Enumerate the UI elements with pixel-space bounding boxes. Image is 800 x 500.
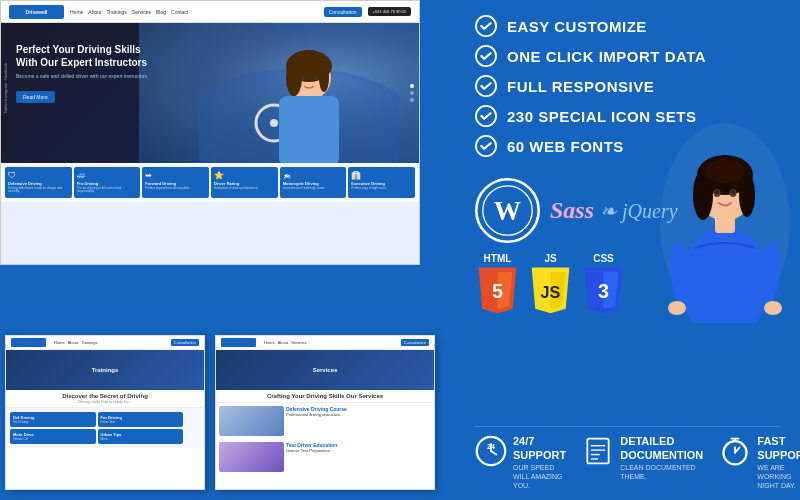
nav-links: Home About Trainings Services Blog Conta… [70, 9, 188, 15]
service-desc-1: The art of being in full control and res… [77, 187, 138, 194]
feature-item-0: EASY CUSTOMIZE [475, 15, 780, 37]
social-facebook: Facebook [3, 63, 8, 81]
check-icon-2 [475, 75, 497, 97]
bottom-item-support: 24 24/7 SUPPORT OUR SPEED WILL AMAZING Y… [475, 435, 566, 490]
dot-2[interactable] [410, 91, 414, 95]
mini-logo-1 [11, 338, 46, 347]
mini-service-img-1 [219, 442, 284, 472]
mini-card-2: Moto Drive Vehicle Ctrl [10, 429, 96, 444]
social-instagram: Instagram [3, 83, 8, 101]
wordpress-logo: W [475, 178, 540, 243]
mini-nav-2: Home About Services Consultation [216, 336, 434, 350]
service-icon-3: ⭐ [214, 171, 275, 180]
service-desc-2: Perfect beyond best driving skills. [145, 187, 206, 191]
feature-label-0: EASY CUSTOMIZE [507, 18, 647, 35]
svg-point-9 [313, 76, 317, 80]
mini-nav-links-2: Home About Services [264, 340, 306, 345]
dot-3[interactable] [410, 98, 414, 102]
service-icon-0: 🛡 [8, 171, 69, 180]
nav-logo: Drivewell [9, 5, 64, 19]
svg-text:3: 3 [598, 280, 609, 302]
mini-cards: Def Driving Pro Driving For Driving Driv… [6, 408, 204, 448]
js-badge: JS JS [528, 253, 573, 316]
page-container: Drivewell Home About Trainings Services … [0, 0, 800, 500]
service-card-4[interactable]: 🏍 Motorcycle Driving Learn the art of sa… [280, 167, 347, 198]
service-desc-3: Evaluation of driver performance. [214, 187, 275, 191]
tech-stack: W Sass ❧ jQuery [475, 178, 780, 426]
mini-hero-1: Trainings [6, 350, 204, 390]
mini-service-text-1: License Test Preparation [286, 448, 337, 454]
html5-shield: 5 [475, 264, 520, 316]
mini-btn-1[interactable]: Consultation [171, 339, 199, 346]
js-shield: JS [528, 264, 573, 316]
mini-card-desc-2: Vehicle Ctrl [13, 437, 93, 441]
check-icon-0 [475, 15, 497, 37]
fast-subtitle: WE ARE WORKING NIGHT DAY. [757, 463, 800, 490]
nav-link-services[interactable]: Services [132, 9, 151, 15]
service-icon-1: 🏎 [77, 171, 138, 180]
svg-point-25 [705, 159, 745, 183]
mini-link-2: About [68, 340, 78, 345]
mini-link-3: Trainings [81, 340, 97, 345]
hero-cta-button[interactable]: Read More [16, 91, 55, 103]
person-photo-area [655, 113, 795, 323]
nav-consultation-btn[interactable]: Consultation [324, 7, 362, 17]
nav-link-contact[interactable]: Contact [171, 9, 188, 15]
service-card-5[interactable]: 👔 Executive Driving Perfect copy of high… [348, 167, 415, 198]
mini-link-s3: Services [291, 340, 306, 345]
service-desc-5: Perfect copy of high curve. [351, 187, 412, 191]
feature-label-4: 60 WEB FONTS [507, 138, 624, 155]
support-subtitle: OUR SPEED WILL AMAZING YOU. [513, 463, 566, 490]
service-card-2[interactable]: ➡ Forward Driving Perfect beyond best dr… [142, 167, 209, 198]
css3-shield: 3 [581, 264, 626, 316]
service-card-3[interactable]: ⭐ Driver Rating Evaluation of driver per… [211, 167, 278, 198]
mini-trainings-title: Trainings [92, 367, 119, 373]
svg-point-2 [270, 119, 278, 127]
nav-link-blog[interactable]: Blog [156, 9, 166, 15]
mini-services-subtitle: Crafting Your Driving Skills Our Service… [219, 393, 431, 399]
mini-logo-2 [221, 338, 256, 347]
docs-subtitle: CLEAN DOCUMENTED THEME. [620, 463, 703, 481]
mini-nav-1: Home About Trainings Consultation [6, 336, 204, 350]
bottom-item-fast: FAST SUPPORT WE ARE WORKING NIGHT DAY. [719, 435, 800, 490]
svg-point-29 [731, 190, 735, 195]
feature-item-2: FULL RESPONSIVE [475, 75, 780, 97]
mini-trainings-desc: Driving skills that is ready for... [9, 399, 201, 404]
mini-card-3: Urban Tips More... [98, 429, 184, 444]
support-content: 24/7 SUPPORT OUR SPEED WILL AMAZING YOU. [513, 435, 566, 490]
nav-link-home[interactable]: Home [70, 9, 83, 15]
hero-section: Facebook Instagram Twitter Perfect Your … [1, 23, 419, 163]
mini-service-text-0: Professional driving instruction... [286, 412, 347, 418]
mini-card-desc-0: Pro Driving [13, 420, 93, 424]
nav-link-about[interactable]: About [88, 9, 101, 15]
mini-card-desc-1: Driver Test [101, 420, 181, 424]
nav-link-trainings[interactable]: Trainings [106, 9, 126, 15]
logo-text: Drivewell [26, 9, 48, 15]
svg-rect-7 [279, 96, 339, 163]
service-card-1[interactable]: 🏎 Pro Driving The art of being in full c… [74, 167, 141, 198]
mini-services-title: Services [313, 367, 338, 373]
js-label: JS [544, 253, 556, 264]
svg-point-32 [668, 301, 686, 315]
service-desc-0: Driving skills that is ready for danger … [8, 187, 69, 194]
social-twitter: Twitter [3, 102, 8, 114]
fast-content: FAST SUPPORT WE ARE WORKING NIGHT DAY. [757, 435, 800, 490]
svg-point-5 [286, 60, 302, 96]
nav-phone: +023 456 76 90 00 [368, 7, 411, 16]
check-icon-4 [475, 135, 497, 157]
feature-label-1: ONE CLICK IMPORT DATA [507, 48, 706, 65]
service-icon-2: ➡ [145, 171, 206, 180]
dot-1[interactable] [410, 84, 414, 88]
hero-title: Perfect Your Driving SkillsWith Our Expe… [16, 43, 148, 69]
svg-text:W: W [494, 196, 521, 226]
mini-link-1: Home [54, 340, 65, 345]
feature-label-2: FULL RESPONSIVE [507, 78, 654, 95]
docs-title: DETAILED DOCUMENTION [620, 435, 703, 461]
service-card-0[interactable]: 🛡 Defensive Driving Driving skills that … [5, 167, 72, 198]
fast-title: FAST SUPPORT [757, 435, 800, 461]
mini-btn-2[interactable]: Consultation [401, 339, 429, 346]
bottom-item-docs: DETAILED DOCUMENTION CLEAN DOCUMENTED TH… [582, 435, 703, 490]
bottom-bar: 24 24/7 SUPPORT OUR SPEED WILL AMAZING Y… [475, 426, 780, 490]
svg-point-28 [715, 190, 719, 195]
right-panel: EASY CUSTOMIZE ONE CLICK IMPORT DATA FUL… [450, 0, 800, 500]
